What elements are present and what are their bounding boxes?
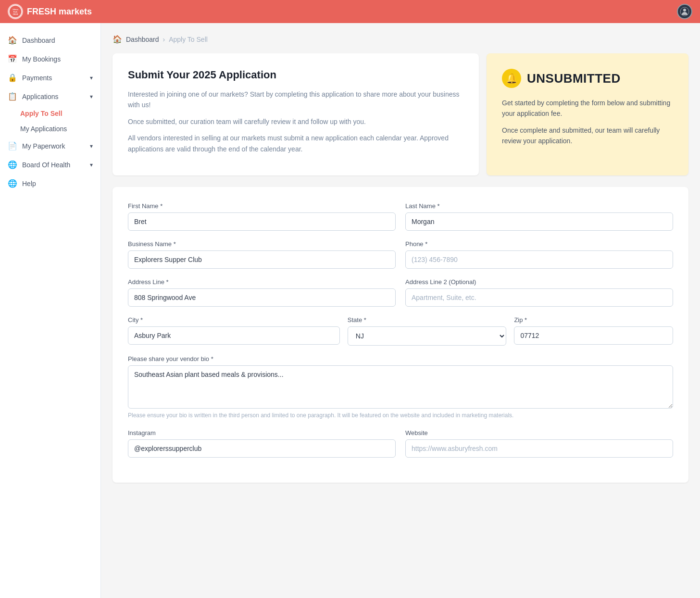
sidebar-label-my-bookings: My Bookings [22, 55, 61, 63]
zip-group: Zip * [514, 316, 673, 346]
state-select[interactable]: ALAKAZARCACOCTDEFLGAHIIDILINIAKSKYLAMEMD… [348, 326, 507, 346]
payments-icon: 🔒 [8, 73, 17, 82]
first-name-label: First Name * [128, 202, 396, 210]
breadcrumb-dashboard-link[interactable]: Dashboard [126, 36, 159, 43]
city-label: City * [128, 316, 340, 324]
sidebar-item-dashboard[interactable]: 🏠 Dashboard [0, 31, 100, 50]
sidebar-label-board-of-health: Board Of Health [22, 161, 70, 169]
sidebar-item-my-paperwork[interactable]: 📄 My Paperwork ▾ [0, 137, 100, 155]
breadcrumb: 🏠 Dashboard › Apply To Sell [112, 35, 688, 44]
sidebar-item-my-bookings[interactable]: 📅 My Bookings [0, 50, 100, 68]
city-group: City * [128, 316, 340, 346]
submit-info-card: Submit Your 2025 Application Interested … [112, 53, 479, 175]
address2-input[interactable] [405, 288, 673, 307]
sidebar-label-help: Help [22, 180, 36, 187]
breadcrumb-separator: › [163, 36, 165, 43]
last-name-group: Last Name * [405, 202, 673, 231]
sidebar-item-board-of-health[interactable]: 🌐 Board Of Health ▾ [0, 155, 100, 174]
website-input[interactable] [405, 439, 673, 458]
sidebar-label-apply-to-sell: Apply To Sell [20, 110, 62, 117]
svg-text:FRESH: FRESH [13, 13, 18, 15]
phone-input[interactable] [405, 250, 673, 269]
zip-input[interactable] [514, 326, 673, 345]
sidebar: 🏠 Dashboard 📅 My Bookings 🔒 Payments ▾ 📋… [0, 23, 101, 598]
business-name-input[interactable] [128, 250, 396, 269]
svg-point-5 [683, 9, 686, 12]
instagram-label: Instagram [128, 429, 396, 436]
address2-group: Address Line 2 (Optional) [405, 278, 673, 307]
website-group: Website [405, 429, 673, 458]
first-name-group: First Name * [128, 202, 396, 231]
city-state-zip-row: City * State * ALAKAZARCACOCTDEFLGAHIIDI… [128, 316, 673, 346]
applications-icon: 📋 [8, 92, 17, 101]
bio-hint: Please ensure your bio is written in the… [128, 411, 673, 420]
status-bell-icon: 🔔 [502, 69, 521, 88]
sidebar-item-apply-to-sell[interactable]: Apply To Sell [0, 106, 100, 121]
user-avatar[interactable] [677, 4, 692, 19]
address-input[interactable] [128, 288, 396, 307]
submit-card-para2: Once submitted, our curation team will c… [128, 116, 463, 127]
breadcrumb-home-icon: 🏠 [112, 35, 122, 44]
sidebar-item-my-applications[interactable]: My Applications [0, 121, 100, 137]
sidebar-item-applications[interactable]: 📋 Applications ▾ [0, 87, 100, 106]
sidebar-label-applications: Applications [22, 93, 59, 100]
help-icon: 🌐 [8, 179, 17, 188]
bookings-icon: 📅 [8, 54, 17, 63]
sidebar-label-dashboard: Dashboard [22, 37, 55, 44]
phone-group: Phone * [405, 240, 673, 269]
zip-label: Zip * [514, 316, 673, 324]
application-form-card: First Name * Last Name * Business Name *… [112, 187, 688, 483]
state-label: State * [348, 316, 507, 324]
status-title: UNSUBMITTED [527, 71, 621, 86]
instagram-group: Instagram [128, 429, 396, 458]
status-card-header: 🔔 UNSUBMITTED [502, 69, 673, 88]
bio-group: Please share your vendor bio * Please en… [128, 355, 673, 420]
name-row: First Name * Last Name * [128, 202, 673, 231]
status-card: 🔔 UNSUBMITTED Get started by completing … [487, 53, 688, 175]
bio-textarea[interactable] [128, 365, 673, 409]
address2-label: Address Line 2 (Optional) [405, 278, 673, 286]
info-cards: Submit Your 2025 Application Interested … [112, 53, 688, 175]
address-label: Address Line * [128, 278, 396, 286]
svg-text:Park: Park [13, 11, 18, 13]
last-name-input[interactable] [405, 212, 673, 231]
address-line-group: Address Line * [128, 278, 396, 307]
instagram-input[interactable] [128, 439, 396, 458]
bio-label: Please share your vendor bio * [128, 355, 673, 362]
website-label: Website [405, 429, 673, 436]
sidebar-label-my-paperwork: My Paperwork [22, 142, 65, 150]
app-logo: Asbury Park FRESH FRESH markets [8, 4, 92, 19]
business-phone-row: Business Name * Phone * [128, 240, 673, 269]
status-card-para1: Get started by completing the form below… [502, 98, 673, 119]
chevron-down-icon-4: ▾ [90, 162, 93, 168]
business-name-label: Business Name * [128, 240, 396, 248]
social-row: Instagram Website [128, 429, 673, 458]
state-group: State * ALAKAZARCACOCTDEFLGAHIIDILINIAKS… [348, 316, 507, 346]
business-name-group: Business Name * [128, 240, 396, 269]
first-name-input[interactable] [128, 212, 396, 231]
breadcrumb-current: Apply To Sell [169, 36, 208, 43]
chevron-down-icon-2: ▾ [90, 93, 93, 100]
logo-icon: Asbury Park FRESH [8, 4, 23, 19]
phone-label: Phone * [405, 240, 673, 248]
paperwork-icon: 📄 [8, 141, 17, 150]
submit-card-para3: All vendors interested in selling at our… [128, 133, 463, 154]
chevron-down-icon: ▾ [90, 75, 93, 81]
app-header: Asbury Park FRESH FRESH markets [0, 0, 700, 23]
app-title: FRESH markets [27, 7, 92, 17]
health-icon: 🌐 [8, 160, 17, 169]
sidebar-item-help[interactable]: 🌐 Help [0, 174, 100, 193]
last-name-label: Last Name * [405, 202, 673, 210]
address-row: Address Line * Address Line 2 (Optional) [128, 278, 673, 307]
sidebar-item-payments[interactable]: 🔒 Payments ▾ [0, 68, 100, 87]
city-input[interactable] [128, 326, 340, 345]
sidebar-label-payments: Payments [22, 74, 52, 82]
home-icon: 🏠 [8, 36, 17, 45]
sidebar-label-my-applications: My Applications [20, 125, 67, 133]
main-content: 🏠 Dashboard › Apply To Sell Submit Your … [101, 23, 700, 598]
submit-card-title: Submit Your 2025 Application [128, 69, 463, 81]
chevron-down-icon-3: ▾ [90, 143, 93, 150]
submit-card-para1: Interested in joining one of our markets… [128, 89, 463, 111]
status-card-para2: Once complete and submitted, our team wi… [502, 125, 673, 147]
